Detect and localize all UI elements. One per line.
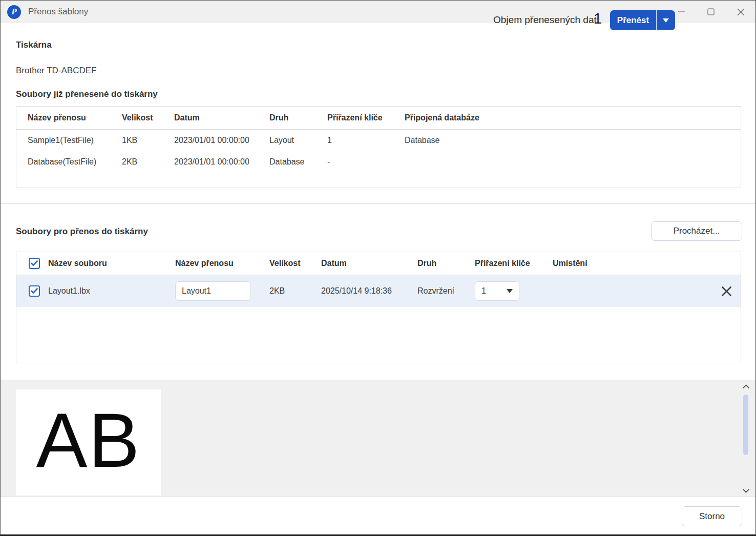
printer-name: Brother TD-ABCDEF (16, 66, 96, 76)
to-transfer-table-header: Název souboru Název přenosu Velikost Dat… (16, 252, 741, 275)
cell-type: Database (269, 157, 327, 167)
column-header: Datum (174, 113, 269, 122)
printer-heading: Tiskárna (16, 40, 52, 50)
data-volume-value: 1 (594, 10, 602, 27)
scroll-up-button[interactable] (741, 381, 750, 391)
transferred-table-header: Název přenosu Velikost Datum Druh Přiřaz… (16, 107, 741, 130)
table-row[interactable]: Sample1(TestFile) 1KB 2023/01/01 00:00:0… (16, 130, 741, 151)
cell-date: 2023/01/01 00:00:00 (174, 157, 269, 167)
scrollbar-track[interactable] (741, 391, 750, 486)
cell-size: 2KB (269, 286, 321, 296)
column-header: Datum (321, 259, 417, 268)
cancel-button[interactable]: Storno (682, 506, 742, 526)
cell-transfer-name: Database(TestFile) (28, 157, 122, 167)
transferred-files-heading: Soubory již přenesené do tiskárny (16, 89, 158, 99)
footer-bar (1, 497, 755, 534)
key-assignment-select[interactable]: 1 (475, 281, 519, 301)
cell-key: 1 (327, 136, 405, 145)
column-header: Připojená databáze (405, 113, 741, 122)
window-title: Přenos šablony (28, 7, 88, 17)
transferred-files-table: Název přenosu Velikost Datum Druh Přiřaz… (16, 106, 741, 188)
close-button[interactable] (726, 1, 755, 23)
close-icon (737, 8, 745, 16)
window-controls (666, 1, 755, 23)
column-header: Umístění (553, 259, 712, 268)
column-header: Druh (417, 259, 475, 268)
caret-down-icon (507, 289, 513, 293)
chevron-up-icon (743, 384, 749, 388)
column-header: Druh (269, 113, 327, 122)
scrollbar-thumb[interactable] (743, 395, 748, 455)
app-logo-icon: P (7, 5, 21, 19)
preview-label-text: AB (36, 402, 140, 484)
column-header: Název souboru (48, 259, 175, 268)
template-preview-thumbnail[interactable]: AB (16, 389, 161, 496)
cell-date: 2025/10/14 9:18:36 (321, 286, 417, 296)
files-to-transfer-table: Název souboru Název přenosu Velikost Dat… (16, 252, 741, 363)
checkmark-icon (31, 260, 38, 266)
transfer-button[interactable]: Přenést (610, 10, 656, 30)
select-all-checkbox[interactable] (29, 258, 40, 269)
preview-area: AB (1, 380, 755, 497)
preview-scrollbar[interactable] (741, 381, 750, 496)
column-header: Přiřazení klíče (327, 113, 405, 122)
remove-row-button[interactable] (712, 286, 741, 297)
cell-type: Rozvržení (417, 286, 475, 296)
caret-down-icon (663, 18, 669, 23)
cell-transfer-name: Sample1(TestFile) (28, 136, 122, 145)
column-header: Velikost (269, 259, 321, 268)
maximize-icon (707, 8, 715, 15)
section-divider (1, 203, 755, 204)
row-checkbox[interactable] (29, 285, 40, 297)
maximize-button[interactable] (696, 1, 726, 23)
column-header: Velikost (122, 113, 174, 122)
scroll-down-button[interactable] (741, 486, 750, 496)
transfer-split-button: Přenést (610, 10, 675, 30)
key-assignment-value: 1 (481, 286, 486, 296)
cell-type: Layout (269, 136, 327, 145)
template-transfer-dialog: P Přenos šablony Tiskárna Brother TD-ABC… (0, 0, 756, 536)
data-volume-label: Objem přenesených dat: (493, 14, 599, 26)
transfer-options-dropdown-button[interactable] (656, 10, 675, 30)
browse-button[interactable]: Procházet... (651, 221, 742, 241)
cell-size: 2KB (122, 157, 174, 167)
chevron-down-icon (743, 489, 749, 493)
close-icon (721, 286, 732, 297)
transfer-name-input[interactable] (175, 281, 251, 301)
cell-key: - (327, 157, 405, 167)
table-row[interactable]: Layout1.lbx 2KB 2025/10/14 9:18:36 Rozvr… (16, 275, 741, 307)
cell-database: Database (405, 136, 741, 145)
cell-date: 2023/01/01 00:00:00 (174, 136, 269, 145)
files-to-transfer-heading: Soubory pro přenos do tiskárny (16, 226, 148, 237)
cell-file-name: Layout1.lbx (48, 286, 175, 296)
column-header: Název přenosu (28, 113, 122, 122)
column-header: Přiřazení klíče (475, 259, 553, 268)
minimize-icon (678, 11, 685, 12)
table-row[interactable]: Database(TestFile) 2KB 2023/01/01 00:00:… (16, 151, 741, 173)
checkmark-icon (31, 288, 38, 294)
column-header: Název přenosu (175, 259, 269, 268)
cell-size: 1KB (122, 136, 174, 145)
